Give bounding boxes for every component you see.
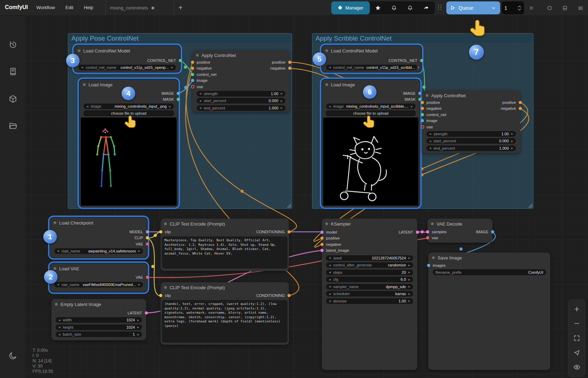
chevron-down-icon[interactable] (518, 8, 521, 10)
new-workflow-button[interactable]: + (176, 4, 185, 12)
manager-button[interactable]: Manager (331, 1, 370, 14)
input-pin-image[interactable] (421, 119, 424, 122)
node-library-icon[interactable] (8, 67, 17, 76)
collapse-dot[interactable] (78, 49, 80, 52)
node-save-image[interactable]: Save Image images filename_prefixComfyUI (428, 252, 550, 370)
share-button[interactable] (418, 1, 434, 14)
output-pin-latent[interactable] (416, 230, 419, 234)
output-pin-image[interactable] (177, 92, 180, 95)
output-pin-latent[interactable] (145, 312, 148, 315)
widget-seed[interactable]: ◀seed1021287240057524▶ (326, 255, 413, 261)
collapse-dot[interactable] (325, 49, 328, 52)
widget-scheduler[interactable]: ◀schedulerkarras▶ (326, 291, 413, 297)
input-pin-control-net[interactable] (191, 73, 194, 76)
favorites-button[interactable] (370, 1, 386, 14)
collapse-dot[interactable] (164, 286, 167, 289)
input-pin-positive[interactable] (320, 237, 324, 240)
output-pin-mask[interactable] (177, 98, 180, 101)
chevron-down-icon[interactable] (491, 6, 496, 10)
chevron-up-icon[interactable] (518, 6, 521, 8)
input-pin-positive[interactable] (421, 101, 424, 104)
input-pin-images[interactable] (427, 264, 430, 267)
group-header[interactable]: Apply Pose ControlNet (68, 34, 292, 43)
input-pin-samples[interactable] (426, 230, 429, 233)
widget-sampler-name[interactable]: ◀sampler_namedpmpp_sde▶ (326, 284, 413, 290)
count-stepper[interactable] (518, 6, 521, 10)
widget-denoise[interactable]: ◀denoise1.00▶ (326, 298, 413, 304)
input-pin-clip[interactable] (159, 294, 162, 297)
node-clip-text-encode-positive[interactable]: CLIP Text Encode (Prompt) clipCONDITIONI… (161, 219, 289, 271)
widget-end-percent[interactable]: ◀end_percent1.000▶ (426, 145, 516, 151)
input-pin-negative[interactable] (191, 67, 194, 70)
workflows-icon[interactable] (8, 121, 17, 130)
collapse-dot[interactable] (83, 83, 86, 86)
prompt-textarea[interactable]: Masterpiece, Top Quality, Best Quality, … (162, 236, 288, 269)
theme-moon-icon[interactable] (8, 351, 17, 360)
input-pin-negative[interactable] (421, 107, 424, 110)
widget-cfg[interactable]: ◀cfg6.0▶ (326, 277, 413, 282)
collapse-dot[interactable] (426, 94, 428, 97)
widget-strength[interactable]: ◀strength1.00▶ (426, 131, 516, 137)
toggle-panel-button[interactable] (560, 3, 569, 13)
collapse-dot[interactable] (325, 222, 328, 225)
output-pin-control-net[interactable] (420, 59, 423, 62)
output-pin-model[interactable] (146, 230, 149, 233)
output-pin-image[interactable] (491, 230, 494, 233)
widget-filename-prefix[interactable]: filename_prefixComfyUI (433, 269, 546, 275)
history-icon[interactable] (8, 40, 17, 49)
widget-ckpt-name[interactable]: ◀ckpt_nameawpainting_v14.safetensors▶ (54, 248, 143, 254)
widget-control-after-generate[interactable]: ◀control_after_generaterandomize▶ (326, 262, 413, 268)
menu-help[interactable]: Help (84, 5, 93, 10)
input-pin-positive[interactable] (191, 60, 194, 64)
collapse-dot[interactable] (164, 222, 167, 225)
prev-arrow-icon[interactable]: ◀ (86, 105, 88, 108)
node-load-checkpoint[interactable]: Load Checkpoint MODEL CLIP VAE ◀ckpt_nam… (50, 217, 147, 258)
batch-count-input[interactable]: 1 (502, 1, 524, 14)
widget-width[interactable]: ◀width1024▶ (56, 317, 142, 323)
output-pin-positive[interactable] (288, 60, 291, 64)
main-menu-button[interactable] (576, 3, 585, 13)
output-pin-vae[interactable] (146, 276, 149, 279)
toggle-link-visibility-button[interactable] (573, 363, 581, 371)
widget-end-percent[interactable]: ◀end_percent1.000▶ (197, 105, 285, 111)
menu-edit[interactable]: Edit (65, 5, 73, 10)
zoom-out-button[interactable] (573, 319, 581, 328)
output-pin-clip[interactable] (146, 236, 149, 240)
zoom-in-button[interactable] (573, 305, 581, 313)
output-pin-control-net[interactable] (179, 59, 182, 62)
input-pin-latent-image[interactable] (320, 249, 324, 252)
collapse-dot[interactable] (196, 54, 199, 57)
collapse-dot[interactable] (432, 256, 435, 259)
output-pin-positive[interactable] (519, 101, 522, 104)
collapse-dot[interactable] (325, 83, 328, 86)
output-pin-negative[interactable] (288, 67, 291, 70)
output-pin-vae[interactable] (146, 242, 149, 245)
node-empty-latent-image[interactable]: Empty Latent Image LATENT ◀width1024▶ ◀h… (51, 299, 146, 340)
widget-image[interactable]: ◀imagemixing_controlnets_input_scribble.… (326, 104, 416, 109)
collapse-dot[interactable] (55, 303, 58, 306)
notification-bell-button-1[interactable] (386, 1, 402, 14)
input-pin-clip[interactable] (159, 230, 162, 234)
output-pin-conditioning[interactable] (288, 230, 291, 234)
select-mode-button[interactable] (573, 349, 581, 357)
input-pin-negative[interactable] (320, 243, 324, 246)
app-logo[interactable]: ComfyUI (5, 4, 28, 10)
collapse-dot[interactable] (54, 221, 56, 224)
collapse-dot[interactable] (54, 267, 56, 270)
input-pin-vae[interactable] (191, 85, 194, 88)
input-pin-vae[interactable] (426, 236, 429, 240)
widget-height[interactable]: ◀height1024▶ (56, 324, 142, 330)
queue-button[interactable]: Queue (446, 1, 500, 14)
next-arrow-icon[interactable]: ▶ (169, 105, 171, 108)
output-pin-mask[interactable] (418, 98, 421, 101)
output-pin-image[interactable] (418, 92, 421, 95)
next-arrow-icon[interactable]: ▶ (171, 66, 173, 69)
fit-view-button[interactable] (573, 334, 581, 342)
node-clip-text-encode-negative[interactable]: CLIP Text Encode (Prompt) clipCONDITIONI… (161, 282, 289, 345)
widget-control-net-name[interactable]: ◀control_net_namecontrol_v11p_sd15_scrib… (326, 65, 417, 70)
widget-image[interactable]: ◀imagemixing_controlnets_input_.png▶ (84, 104, 174, 109)
notification-bell-button-2[interactable] (402, 1, 418, 14)
widget-control-net-name[interactable]: ◀control_net_namecontrol_v11p_sd15_openp… (78, 65, 176, 70)
output-pin-conditioning[interactable] (288, 294, 291, 297)
group-header[interactable]: Apply Scribble ControlNet (312, 34, 533, 43)
